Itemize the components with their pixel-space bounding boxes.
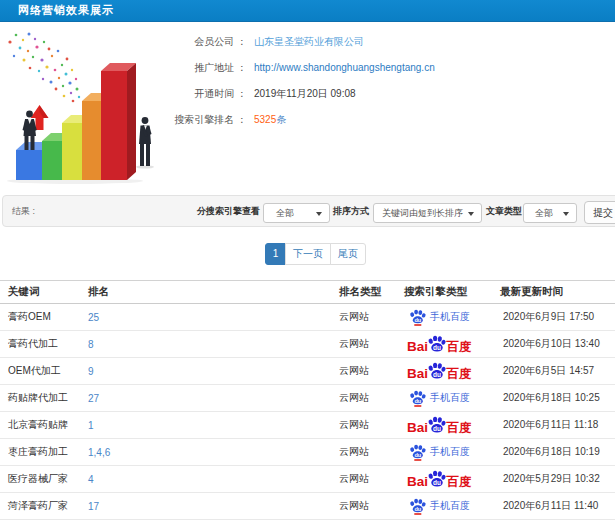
open-time-value: 2019年11月20日 09:08 bbox=[254, 81, 356, 107]
article-filter-select[interactable]: 全部 bbox=[523, 203, 577, 223]
caret-down-icon bbox=[468, 212, 474, 216]
rank-count-value[interactable]: 5325条 bbox=[254, 107, 286, 133]
update-time-cell: 2020年6月5日 14:57 bbox=[492, 358, 615, 385]
info-row-rank-count: 搜索引擎排名 ： 5325条 bbox=[0, 107, 615, 133]
update-time-cell: 2020年6月18日 10:19 bbox=[492, 439, 615, 466]
rank-count-label: 搜索引擎排名 ： bbox=[174, 107, 247, 133]
engine-type-cell: du手机百度 bbox=[396, 493, 492, 520]
rank-type-cell: 云网站 bbox=[331, 493, 396, 520]
article-filter-label: 文章类型 bbox=[486, 202, 522, 220]
baidu-paw: du bbox=[428, 363, 446, 379]
rank-type-cell: 云网站 bbox=[331, 358, 396, 385]
engine-filter-label: 分搜索引擎查看 bbox=[197, 202, 260, 220]
rank-cell[interactable]: 8 bbox=[80, 331, 331, 358]
company-value[interactable]: 山东皇圣堂药业有限公司 bbox=[254, 29, 364, 55]
baidu-logo-icon: Baidu百度 bbox=[407, 469, 475, 489]
submit-button[interactable]: 提交 bbox=[584, 201, 615, 224]
mobile-baidu-paw-icon: du bbox=[408, 308, 427, 326]
svg-text:百度: 百度 bbox=[446, 340, 473, 354]
mobile-baidu-paw-icon: du bbox=[408, 443, 427, 461]
update-time-cell: 2020年6月9日 17:50 bbox=[492, 304, 615, 331]
sort-filter-value: 关键词由短到长排序 bbox=[382, 204, 463, 222]
keyword-rank-table: 关键词 排名 排名类型 搜索引擎类型 最新更新时间 膏药OEM25云网站 du手… bbox=[0, 280, 615, 520]
rank-type-cell: 云网站 bbox=[331, 331, 396, 358]
rank-cell[interactable]: 9 bbox=[80, 358, 331, 385]
baidu-logo: Baidu百度 bbox=[404, 365, 475, 376]
info-row-open-time: 开通时间 ： 2019年11月20日 09:08 bbox=[0, 81, 615, 107]
result-label: 结果 : bbox=[12, 202, 35, 220]
keyword-cell[interactable]: OEM代加工 bbox=[0, 358, 80, 385]
engine-filter-value: 全部 bbox=[276, 204, 294, 222]
info-row-url: 推广地址 ： http://www.shandonghuangshengtang… bbox=[0, 55, 615, 81]
table-row: 菏泽膏药厂家17云网站 du手机百度 2020年6月11日 11:40 bbox=[0, 493, 615, 520]
mobile-baidu-label: 手机百度 bbox=[430, 392, 470, 403]
keyword-cell[interactable]: 膏药OEM bbox=[0, 304, 80, 331]
baidu-logo: Baidu百度 bbox=[404, 473, 475, 484]
rank-cell[interactable]: 1 bbox=[80, 412, 331, 439]
rank-cell[interactable]: 27 bbox=[80, 385, 331, 412]
svg-text:du: du bbox=[414, 398, 421, 404]
sort-filter-select[interactable]: 关键词由短到长排序 bbox=[373, 203, 482, 223]
svg-text:du: du bbox=[414, 452, 421, 458]
svg-text:du: du bbox=[433, 479, 441, 486]
caret-down-icon bbox=[563, 212, 569, 216]
col-header-update-time: 最新更新时间 bbox=[492, 281, 615, 304]
mobile-baidu-label: 手机百度 bbox=[430, 446, 470, 457]
table-header-row: 关键词 排名 排名类型 搜索引擎类型 最新更新时间 bbox=[0, 281, 615, 304]
update-time-cell: 2020年6月11日 11:40 bbox=[492, 493, 615, 520]
table-row: 枣庄膏药加工1,4,6云网站 du手机百度 2020年6月18日 10:19 bbox=[0, 439, 615, 466]
svg-text:Bai: Bai bbox=[407, 474, 428, 489]
rank-type-cell: 云网站 bbox=[331, 466, 396, 493]
rank-cell[interactable]: 1,4,6 bbox=[80, 439, 331, 466]
page-title: 网络营销效果展示 bbox=[18, 0, 114, 21]
svg-text:du: du bbox=[433, 425, 441, 432]
engine-filter-select[interactable]: 全部 bbox=[263, 203, 330, 223]
update-time-cell: 2020年6月11日 11:18 bbox=[492, 412, 615, 439]
keyword-cell[interactable]: 药贴牌代加工 bbox=[0, 385, 80, 412]
baidu-paw: du bbox=[428, 417, 446, 433]
svg-text:du: du bbox=[433, 344, 441, 351]
rank-type-cell: 云网站 bbox=[331, 412, 396, 439]
svg-text:百度: 百度 bbox=[446, 475, 473, 489]
svg-text:du: du bbox=[433, 371, 441, 378]
keyword-cell[interactable]: 枣庄膏药加工 bbox=[0, 439, 80, 466]
engine-type-cell: du手机百度 bbox=[396, 304, 492, 331]
keyword-cell[interactable]: 北京膏药贴牌 bbox=[0, 412, 80, 439]
engine-type-cell: du手机百度 bbox=[396, 385, 492, 412]
last-page-button[interactable]: 尾页 bbox=[330, 243, 366, 265]
update-time-cell: 2020年6月18日 10:25 bbox=[492, 385, 615, 412]
engine-type-cell: Baidu百度 bbox=[396, 466, 492, 493]
mobile-baidu-label: 手机百度 bbox=[430, 500, 470, 511]
promo-url-label: 推广地址 ： bbox=[194, 55, 247, 81]
engine-type-cell: Baidu百度 bbox=[396, 412, 492, 439]
svg-text:Bai: Bai bbox=[407, 366, 428, 381]
keyword-cell[interactable]: 膏药代加工 bbox=[0, 331, 80, 358]
update-time-cell: 2020年5月29日 10:32 bbox=[492, 466, 615, 493]
rank-count-suffix: 条 bbox=[276, 114, 286, 125]
svg-text:du: du bbox=[414, 317, 421, 323]
sort-filter-label: 排序方式 bbox=[333, 202, 369, 220]
mobile-baidu-logo: du手机百度 bbox=[404, 500, 470, 511]
baidu-logo: Baidu百度 bbox=[404, 338, 475, 349]
mobile-baidu-logo: du手机百度 bbox=[404, 392, 470, 403]
table-row: 膏药代加工8云网站 Baidu百度 2020年6月10日 13:40 bbox=[0, 331, 615, 358]
info-row-company: 会员公司 ： 山东皇圣堂药业有限公司 bbox=[0, 29, 615, 55]
rank-cell[interactable]: 4 bbox=[80, 466, 331, 493]
col-header-keyword: 关键词 bbox=[0, 281, 80, 304]
page-button-current[interactable]: 1 bbox=[265, 243, 286, 265]
rank-cell[interactable]: 25 bbox=[80, 304, 331, 331]
page: 网络营销效果展示 bbox=[0, 0, 615, 520]
rank-cell[interactable]: 17 bbox=[80, 493, 331, 520]
keyword-cell[interactable]: 菏泽膏药厂家 bbox=[0, 493, 80, 520]
col-header-rank: 排名 bbox=[80, 281, 331, 304]
svg-text:Bai: Bai bbox=[407, 339, 428, 354]
svg-text:du: du bbox=[414, 506, 421, 512]
keyword-cell[interactable]: 医疗器械厂家 bbox=[0, 466, 80, 493]
mobile-baidu-paw-icon: du bbox=[408, 389, 427, 407]
promo-url-link[interactable]: http://www.shandonghuangshengtang.cn bbox=[254, 55, 435, 81]
table-row: 北京膏药贴牌1云网站 Baidu百度 2020年6月11日 11:18 bbox=[0, 412, 615, 439]
col-header-rank-type: 排名类型 bbox=[331, 281, 396, 304]
next-page-button[interactable]: 下一页 bbox=[285, 243, 331, 265]
baidu-logo-icon: Baidu百度 bbox=[407, 334, 475, 354]
header-bar: 网络营销效果展示 bbox=[0, 0, 615, 22]
